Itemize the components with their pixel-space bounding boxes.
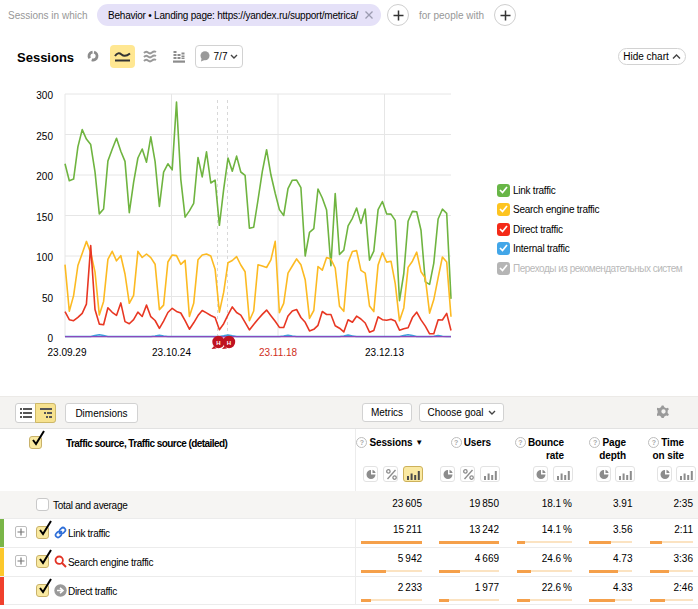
svg-text:300: 300 <box>36 90 53 101</box>
svg-text:23.11.18: 23.11.18 <box>259 347 298 358</box>
svg-text:23.09.29: 23.09.29 <box>48 347 87 358</box>
svg-text:50: 50 <box>42 293 54 304</box>
svg-text:H: H <box>227 340 231 346</box>
svg-text:H: H <box>216 340 220 346</box>
svg-text:0: 0 <box>47 333 53 344</box>
svg-text:23.12.13: 23.12.13 <box>365 347 404 358</box>
svg-text:23.10.24: 23.10.24 <box>152 347 191 358</box>
svg-text:100: 100 <box>36 252 53 263</box>
svg-text:200: 200 <box>36 171 53 182</box>
svg-text:150: 150 <box>36 212 53 223</box>
svg-text:250: 250 <box>36 131 53 142</box>
